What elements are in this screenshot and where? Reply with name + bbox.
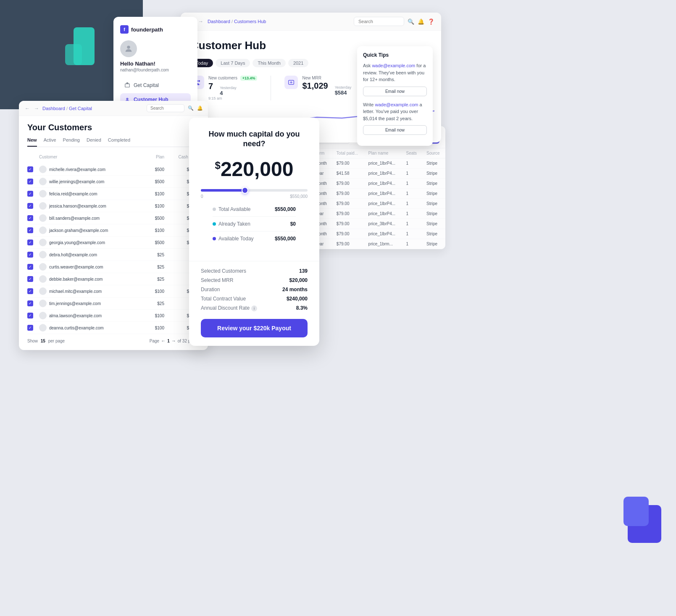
fp-logo: f founderpath [120,25,191,34]
svg-rect-3 [623,497,649,526]
row-checkbox[interactable]: ✓ [27,166,33,172]
avatar-small [39,324,47,332]
sidebar-greeting: Hello Nathan! [120,61,191,67]
metric-total-available: Total Available $550,000 [213,202,296,217]
prev-page-btn[interactable]: ← [161,338,166,343]
panel-search: 🔍 🔔 ❓ [354,17,434,26]
table-row: ✓ felicia.reid@example.com $100 $1,100 [27,188,200,200]
back-arrow-2[interactable]: ← [24,105,31,112]
tab-new[interactable]: New [27,137,37,147]
avatar-small [39,214,47,222]
table-row: ✓ curtis.weaver@example.com $25 $275 [27,261,200,273]
customers-search-input[interactable] [147,104,184,112]
tab-active[interactable]: Active [44,137,56,147]
col-plan: Plan [131,155,164,159]
teal-shape [65,23,103,71]
tab-pending[interactable]: Pending [63,137,80,147]
customer-email: michelle.rivera@example.com [39,166,129,173]
notif-icon-2: 🔔 [197,105,203,111]
forward-arrow-2[interactable]: → [33,105,40,112]
plan-amount: $100 [131,204,164,208]
avatar-small [39,178,47,185]
row-checkbox[interactable]: ✓ [27,264,33,270]
table-row: ✓ bill.sanders@example.com $500 $5,500 [27,212,200,224]
pagination-row: Show 15 per page Page ← 1 → of 32 pages [27,334,200,343]
dot-blue [213,237,216,240]
qt-tip1-text: Ask wade@example.com for a review. They'… [363,62,427,83]
row-checkbox[interactable]: ✓ [27,215,33,221]
sidebar-item-get-capital[interactable]: Get Capital [120,79,191,92]
customer-email: felicia.reid@example.com [39,190,129,197]
metric-available-today: Available Today $550,000 [213,232,296,246]
avatar-small [39,300,47,307]
avatar-small [39,239,47,246]
breadcrumb: Dashboard / Customers Hub [208,19,266,24]
row-checkbox[interactable]: ✓ [27,191,33,197]
capital-metrics: Total Available $550,000 Already Taken $… [201,202,308,253]
forward-arrow[interactable]: → [197,18,204,25]
capital-modal: How much capital do you need? $220,000 0… [189,118,319,346]
table-row: ✓ jackson.graham@example.com $100 $1,100 [27,224,200,237]
search-icon-2: 🔍 [188,105,194,111]
customers-tabs: New Active Pending Denied Completed [27,137,200,147]
row-checkbox[interactable]: ✓ [27,227,33,233]
col-seats: Seats [402,148,422,158]
customers-topbar: ← → Dashboard / Get Capital 🔍 🔔 [19,101,208,116]
table-row: ✓ tim.jennings@example.com $25 $275 [27,297,200,310]
svg-rect-1 [65,44,82,65]
tab-denied[interactable]: Denied [87,137,101,147]
sidebar-email: nathan@founderpath.com [120,68,191,72]
quick-tips-panel: Quick Tips Ask wade@example.com for a re… [357,46,433,146]
row-checkbox[interactable]: ✓ [27,252,33,258]
list-item: Year $79.00 price_1brm... 1 Stripe [311,239,445,249]
topbar-nav: ← → Dashboard / Customers Hub [187,18,266,25]
row-checkbox[interactable]: ✓ [27,203,33,209]
qt-tip2-text: Write wade@example.com a letter. You've … [363,101,427,122]
avatar-small [39,190,47,197]
tab-2021[interactable]: 2021 [288,59,308,67]
payout-button[interactable]: Review your $220k Payout [201,319,308,337]
search-input[interactable] [354,17,404,26]
customer-email: tim.jennings@example.com [39,300,129,307]
table-row: ✓ debbie.baker@example.com $25 $275 [27,273,200,285]
row-checkbox[interactable]: ✓ [27,179,33,184]
capital-bottom-row: Selected MRR $20,000 [201,277,308,283]
qt-title: Quick Tips [363,52,427,58]
new-customers-yesterday: Yesterday 4 [220,86,237,96]
row-checkbox[interactable]: ✓ [27,313,33,319]
customer-email: curtis.weaver@example.com [39,263,129,271]
topbar: ← → Dashboard / Customers Hub 🔍 🔔 ❓ [181,13,441,31]
avatar-small [39,202,47,210]
row-checkbox[interactable]: ✓ [27,240,33,245]
svg-point-6 [126,98,128,100]
customer-email: jackson.graham@example.com [39,226,129,234]
plan-amount: $25 [131,277,164,282]
new-customers-value: 7 [208,82,213,91]
list-item: Month $79.00 price_1lbrP4... 1 Stripe [311,179,445,189]
topbar-left: ← → Dashboard / Get Capital [24,105,92,112]
qt-email-btn-2[interactable]: Email now [363,125,427,135]
avatar-small [39,251,47,258]
breadcrumb-2: Dashboard / Get Capital [42,106,92,111]
svg-point-4 [127,46,130,49]
tab-last7days[interactable]: Last 7 Days [216,59,250,67]
customer-email: willie.jennings@example.com [39,178,129,185]
customer-email: debra.holt@example.com [39,251,129,258]
qt-tip2-link[interactable]: wade@example.com [375,102,418,107]
tab-completed[interactable]: Completed [108,137,130,147]
row-checkbox[interactable]: ✓ [27,325,33,331]
avatar-small [39,263,47,271]
metric-new-customers: New customers +13.4% 7 Yesterday 4 9:15 … [191,76,257,100]
plan-amount: $100 [131,228,164,233]
tab-thismonth[interactable]: This Month [253,59,285,67]
row-checkbox[interactable]: ✓ [27,300,33,306]
table-row: ✓ willie.jennings@example.com $500 $5,50… [27,176,200,188]
row-checkbox[interactable]: ✓ [27,288,33,294]
avatar [120,40,137,57]
row-checkbox[interactable]: ✓ [27,276,33,282]
table-row: ✓ deanna.curtis@example.com $100 $1,100 [27,322,200,334]
next-page-btn[interactable]: → [171,338,176,343]
qt-tip1-link[interactable]: wade@example.com [372,63,415,68]
qt-email-btn-1[interactable]: Email now [363,87,427,96]
plan-amount: $500 [131,179,164,184]
